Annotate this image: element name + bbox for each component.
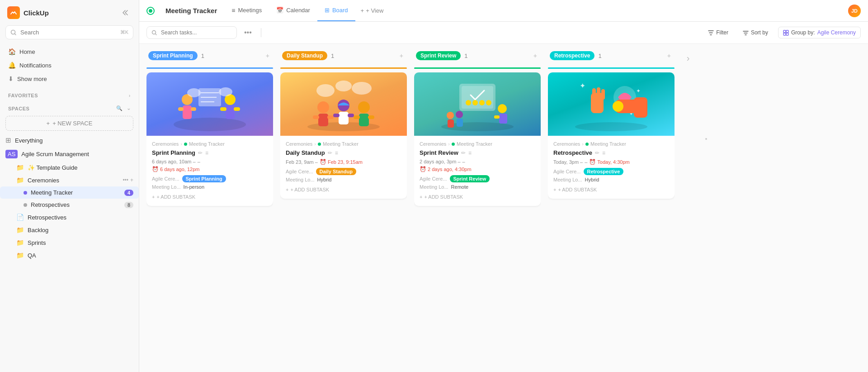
- filter-label: Filter: [716, 29, 728, 36]
- sidebar-item-sprints[interactable]: 📁 Sprints: [0, 236, 139, 249]
- meeting-tracker-dot: [24, 191, 27, 195]
- filter-button[interactable]: Filter: [703, 27, 733, 38]
- sprint-planning-add-subtask-button[interactable]: + + ADD SUBTASK: [152, 193, 268, 200]
- sprint-review-dash: –: [462, 159, 465, 164]
- sprint-review-add-card-button[interactable]: +: [532, 51, 539, 60]
- retrospective-add-subtask-button[interactable]: + + ADD SUBTASK: [553, 186, 669, 193]
- sort-by-button[interactable]: Sort by: [738, 27, 773, 38]
- sidebar-item-meeting-tracker[interactable]: Meeting Tracker 4: [0, 186, 139, 199]
- sidebar-item-qa[interactable]: 📁 QA: [0, 249, 139, 262]
- sidebar-item-notifications[interactable]: 🔔 Notifications: [4, 58, 135, 72]
- scroll-right-icon: ›: [687, 53, 690, 63]
- sidebar-item-template-guide[interactable]: 📁 ✨ Template Guide: [0, 161, 139, 174]
- tab-meetings[interactable]: ≡ Meetings: [224, 0, 269, 21]
- card-retrospective-image: ✦ ✦ ✦: [548, 72, 675, 136]
- sort-icon: [743, 30, 749, 36]
- daily-standup-add-card-button[interactable]: +: [398, 51, 405, 60]
- tab-calendar[interactable]: 📅 Calendar: [269, 0, 317, 21]
- folder-icon: 📁: [16, 164, 24, 171]
- column-sprint-planning: Sprint Planning 1 +: [146, 48, 273, 365]
- retro-field1-tag: Retrospective: [584, 168, 624, 175]
- board-search-box[interactable]: [146, 26, 237, 39]
- right-side-dots: [702, 48, 711, 365]
- card-sprint-planning-edit-icon[interactable]: ✏: [198, 150, 203, 156]
- retro-overdue-icon: ⏰: [589, 159, 596, 165]
- retro-field2-value: Hybrid: [585, 177, 599, 182]
- tab-board[interactable]: ⊞ Board: [317, 0, 355, 21]
- user-avatar[interactable]: JD: [848, 5, 861, 17]
- svg-rect-19: [220, 107, 226, 111]
- sidebar-item-agile-scrum[interactable]: AS Agile Scrum Management: [0, 147, 139, 161]
- daily-standup-field2: Meeting Lo... Hybrid: [286, 177, 401, 182]
- favorites-expand-icon[interactable]: ›: [129, 93, 131, 98]
- sidebar-item-everything[interactable]: ⊞ Everything: [0, 134, 139, 147]
- new-space-button[interactable]: + + NEW SPACE: [5, 116, 133, 131]
- board-search-icon: [151, 30, 157, 36]
- card-sprint-review[interactable]: Ceremonies › Meeting Tracker Sprint Revi…: [414, 72, 541, 206]
- card-sprint-review-more-icon[interactable]: ≡: [468, 150, 472, 156]
- add-view-button[interactable]: + + View: [355, 7, 389, 14]
- card-sprint-planning[interactable]: Ceremonies › Meeting Tracker Sprint Plan…: [146, 72, 273, 206]
- svg-rect-48: [494, 115, 500, 119]
- board-toolbar-more-button[interactable]: •••: [241, 27, 255, 38]
- column-daily-standup-header: Daily Standup 1 +: [280, 48, 407, 64]
- daily-standup-add-subtask-button[interactable]: + + ADD SUBTASK: [286, 186, 401, 193]
- spaces-header-actions: 🔍 ⌄: [116, 105, 131, 111]
- sidebar-item-retrospectives-doc[interactable]: 📄 Retrospectives: [0, 211, 139, 224]
- column-retrospective: Retrospective 1 +: [548, 48, 675, 365]
- card-retrospective-more-icon[interactable]: ≡: [602, 150, 605, 156]
- card-retrospective[interactable]: ✦ ✦ ✦: [548, 72, 675, 199]
- ceremonies-add-icon[interactable]: +: [130, 177, 133, 183]
- sidebar-item-retrospectives-list[interactable]: Retrospectives 8: [0, 199, 139, 211]
- svg-point-8: [174, 118, 246, 131]
- card-daily-standup-edit-icon[interactable]: ✏: [328, 150, 332, 156]
- breadcrumb-dot: [184, 143, 187, 146]
- sr-breadcrumb-meeting-tracker: Meeting Tracker: [457, 141, 492, 147]
- svg-text:✦: ✦: [636, 88, 641, 94]
- sidebar-collapse-button[interactable]: [121, 7, 132, 18]
- card-sprint-review-overdue: ⏰ 2 days ago, 4:30pm: [420, 166, 535, 172]
- sr-add-subtask-plus: +: [420, 194, 422, 200]
- sprint-planning-add-card-button[interactable]: +: [264, 51, 271, 60]
- svg-point-43: [472, 100, 478, 105]
- sprint-review-add-subtask-button[interactable]: + + ADD SUBTASK: [420, 193, 535, 200]
- svg-point-2: [149, 9, 152, 13]
- card-sprint-review-meta: 2 days ago, 3pm – –: [420, 159, 535, 164]
- card-retrospective-title: Retrospective: [553, 149, 592, 156]
- svg-rect-37: [354, 115, 360, 119]
- svg-rect-34: [348, 114, 354, 117]
- sidebar-header: ClickUp: [0, 0, 139, 25]
- card-daily-standup[interactable]: Ceremonies › Meeting Tracker Daily Stand…: [280, 72, 407, 199]
- retrospective-add-card-button[interactable]: +: [665, 51, 673, 60]
- search-icon: [10, 29, 17, 36]
- board-search-input[interactable]: [161, 29, 232, 36]
- card-sprint-planning-breadcrumb: Ceremonies › Meeting Tracker: [152, 141, 268, 147]
- sidebar-item-backlog[interactable]: 📁 Backlog: [0, 224, 139, 236]
- retro-breadcrumb-ceremonies: Ceremonies: [553, 141, 580, 147]
- sidebar-item-home[interactable]: 🏠 Home: [4, 45, 135, 58]
- card-daily-standup-fields: Agile Cere... Daily Standup Meeting Lo..…: [286, 168, 401, 182]
- sidebar-item-show-more[interactable]: ⬇ Show more: [4, 72, 135, 86]
- card-daily-standup-more-icon[interactable]: ≡: [335, 150, 338, 156]
- sidebar-search[interactable]: ⌘K: [5, 25, 133, 39]
- ds-field1-tag: Daily Standup: [316, 168, 356, 175]
- spaces-expand-icon[interactable]: ⌄: [127, 105, 131, 111]
- card-sprint-planning-more-icon[interactable]: ≡: [205, 150, 208, 156]
- group-by-button[interactable]: Group by: Agile Ceremony: [778, 27, 861, 38]
- board-scroll-right-button[interactable]: ›: [682, 53, 694, 63]
- daily-standup-count: 1: [331, 52, 334, 59]
- title-icon-wrapper: [146, 7, 155, 15]
- svg-point-3: [152, 30, 156, 34]
- sprint-review-column-actions: +: [532, 51, 539, 60]
- card-sprint-review-edit-icon[interactable]: ✏: [461, 150, 466, 156]
- toolbar-divider: [261, 28, 261, 37]
- sidebar-item-ceremonies[interactable]: 📁 Ceremonies ••• +: [0, 174, 139, 186]
- card-retrospective-edit-icon[interactable]: ✏: [595, 150, 599, 156]
- svg-point-35: [358, 101, 370, 113]
- spaces-search-icon[interactable]: 🔍: [116, 105, 123, 111]
- ceremonies-more-icon[interactable]: •••: [123, 177, 128, 183]
- sidebar-item-sprints-label: Sprints: [28, 239, 46, 246]
- sprint-planning-field1-label: Agile Cere...: [152, 176, 179, 181]
- sidebar-search-input[interactable]: [20, 29, 117, 36]
- retrospectives-badge: 8: [124, 202, 133, 208]
